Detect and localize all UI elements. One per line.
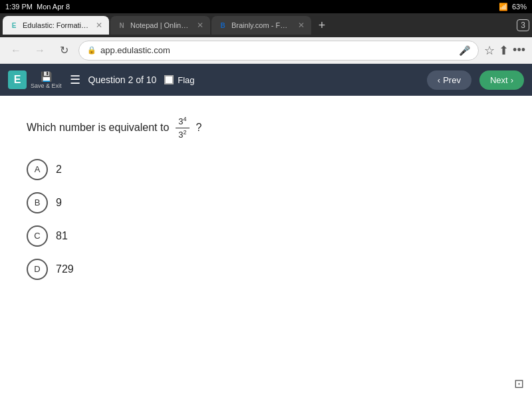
back-button[interactable]: ← [7,41,25,60]
option-a-circle: A [27,159,48,180]
url-text: app.edulastic.com [100,45,455,55]
status-bar: 1:39 PM Mon Apr 8 📶 63% [0,0,532,13]
tab-favicon-edulastic: E [9,21,19,30]
fraction-denominator: 32 [176,128,189,140]
tab-count: 3 [517,19,529,31]
question-text: Which number is equivalent to 34 32 ? [27,116,505,140]
bottom-corner-icon: ⊡ [514,376,524,391]
status-date: Mon Apr 8 [37,3,70,11]
option-b[interactable]: B 9 [27,192,505,213]
option-b-circle: B [27,192,48,213]
option-b-letter: B [35,198,41,207]
option-b-value: 9 [56,197,62,209]
fraction-display: 34 32 [176,116,189,140]
tab-label-brainly: Brainly.com - For students... [231,21,291,29]
share-icon[interactable]: ⬆ [499,43,509,58]
prev-chevron-icon: ‹ [438,75,440,85]
question-text-before: Which number is equivalent to [27,122,169,134]
tab-label-notepad: Notepad | Online Notes free... [130,21,190,29]
option-d-circle: D [27,259,48,280]
fraction-numerator: 34 [176,116,189,128]
reload-button[interactable]: ↻ [55,41,73,60]
option-a-value: 2 [56,164,62,176]
option-c-value: 81 [56,230,68,242]
wifi-icon: 📶 [499,3,508,11]
save-exit-button[interactable]: 💾 Save & Exit [31,71,62,89]
flag-button[interactable]: Flag [164,75,194,85]
option-d-value: 729 [56,263,74,275]
next-label: Next [490,75,508,85]
content-area: Which number is equivalent to 34 32 ? A … [0,96,532,362]
flag-label: Flag [178,75,194,85]
save-icon: 💾 [41,71,52,82]
app-logo: E [8,70,27,89]
denominator-exp: 2 [184,129,187,136]
bookmark-icon[interactable]: ☆ [484,43,495,58]
prev-button[interactable]: ‹ Prev [427,70,471,90]
tab-bar: E Edulastic: Formative and S... ✕ N Note… [0,13,532,37]
hamburger-menu[interactable]: ☰ [70,72,80,87]
answer-options: A 2 B 9 C 81 D 729 [27,159,505,280]
save-exit-label: Save & Exit [31,82,62,89]
new-tab-button[interactable]: + [313,16,331,35]
tab-brainly[interactable]: B Brainly.com - For students... ✕ [211,16,311,35]
option-a-letter: A [35,164,41,174]
next-chevron-icon: › [511,75,513,85]
numerator-exp: 4 [184,116,187,122]
option-d[interactable]: D 729 [27,259,505,280]
option-c[interactable]: C 81 [27,225,505,247]
secure-icon: 🔒 [87,46,96,55]
tab-close-brainly[interactable]: ✕ [298,21,305,30]
url-input[interactable]: 🔒 app.edulastic.com 🎤 [78,41,479,61]
next-button[interactable]: Next › [479,70,524,90]
mic-icon[interactable]: 🎤 [459,45,470,56]
tab-notepad[interactable]: N Notepad | Online Notes free... ✕ [110,16,210,35]
option-a[interactable]: A 2 [27,159,505,180]
tab-favicon-notepad: N [117,21,126,30]
prev-label: Prev [443,75,461,85]
option-c-circle: C [27,225,48,247]
app-toolbar: E 💾 Save & Exit ☰ Question 2 of 10 Flag … [0,64,532,96]
forward-button[interactable]: → [31,41,49,60]
tab-favicon-brainly: B [218,21,227,30]
option-d-letter: D [34,264,40,274]
option-c-letter: C [34,231,40,241]
more-icon[interactable]: ••• [513,43,525,57]
question-counter: Question 2 of 10 [88,74,157,85]
battery-status: 63% [512,3,527,11]
tab-close-edulastic[interactable]: ✕ [96,21,102,30]
url-bar: ← → ↻ 🔒 app.edulastic.com 🎤 ☆ ⬆ ••• [0,37,532,64]
tab-label-edulastic: Edulastic: Formative and S... [23,21,89,29]
logo-area: E 💾 Save & Exit [8,70,62,89]
tab-edulastic[interactable]: E Edulastic: Formative and S... ✕ [3,16,109,35]
status-time: 1:39 PM [5,3,33,11]
question-text-after: ? [196,122,202,134]
tab-close-notepad[interactable]: ✕ [197,21,203,30]
flag-checkbox[interactable] [164,75,174,84]
